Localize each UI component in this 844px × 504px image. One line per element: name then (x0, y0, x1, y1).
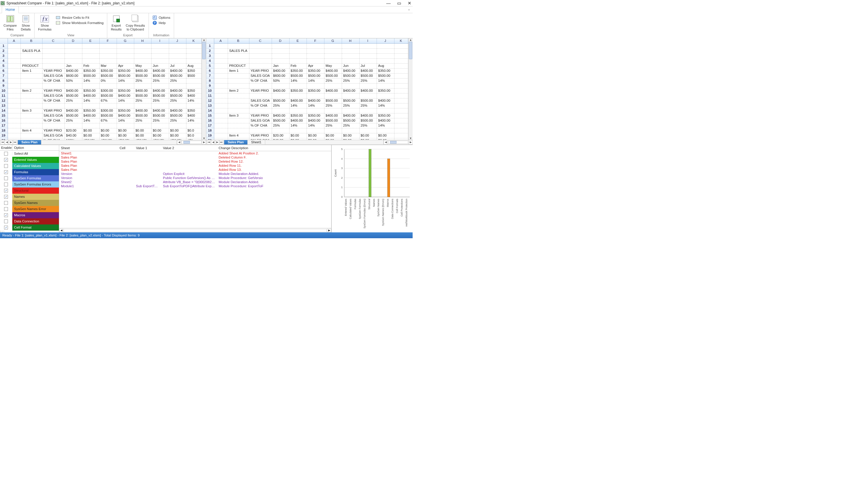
option-row[interactable]: ✓Structural (0, 187, 59, 194)
resize-icon (56, 15, 60, 20)
svg-rect-19 (369, 149, 371, 197)
option-row[interactable]: ✓Names (0, 194, 59, 200)
svg-text:Macros: Macros (386, 198, 389, 207)
diff-pane: Sheet Cell Value 1 Value 2 Change Descri… (59, 145, 332, 232)
formulas-icon: ƒx (40, 14, 49, 23)
options-button[interactable]: Options (151, 15, 172, 20)
options-vscroll[interactable]: ▲ (0, 231, 5, 232)
diff-row[interactable]: Sheet1Added Sheet At Position 2. (59, 151, 331, 155)
svg-text:Names: Names (373, 198, 375, 206)
option-checkbox[interactable]: ✓ (4, 226, 8, 230)
option-checkbox[interactable] (4, 152, 8, 156)
tab-nav-next[interactable]: ▶ (9, 140, 13, 144)
export-results-button[interactable]: Export Results (109, 14, 123, 33)
option-row[interactable]: ✓Cell Format (0, 224, 59, 231)
svg-text:Formulas: Formulas (354, 198, 357, 209)
svg-text:Entered Values: Entered Values (344, 198, 347, 216)
ribbon: Compare Files Show Details Compare ƒx Sh… (0, 13, 413, 38)
compare-files-button[interactable]: Compare Files (2, 14, 18, 33)
option-checkbox[interactable] (4, 164, 8, 168)
tab-home[interactable]: Home (2, 6, 19, 13)
diff-row[interactable]: Sheet2Attribute VB_Base = "0{00020820-0.… (59, 180, 331, 184)
option-row[interactable]: Calculated Values (0, 163, 59, 169)
option-checkbox[interactable] (4, 176, 8, 180)
minimize-button[interactable]: — (386, 1, 391, 5)
grid-right-tabs: ⏮ ◀ ▶ ⏭ Sales PlanSheet1 ◀▶ (206, 140, 413, 144)
diff-row[interactable]: Sales PlanAdded Row 13. (59, 168, 331, 172)
close-button[interactable]: ✕ (408, 1, 411, 6)
diff-row[interactable]: Sales PlanDeleted Column F. (59, 155, 331, 159)
grid-right-cells[interactable]: ABCDEFGHIJK12SALES PLA345PRODUCTJanFebAp… (206, 38, 408, 140)
svg-text:Cell Protections: Cell Protections (400, 198, 403, 217)
option-row[interactable]: Select All (0, 150, 59, 157)
option-row[interactable]: ✓Macros (0, 212, 59, 218)
svg-text:SysGen Formulas: SysGen Formulas (358, 198, 361, 219)
option-row[interactable]: SysGen Formulas (0, 175, 59, 181)
tab-nav-prev[interactable]: ◀ (5, 140, 9, 144)
maximize-button[interactable]: ▭ (397, 1, 401, 6)
option-checkbox[interactable]: ✓ (4, 170, 8, 174)
svg-text:3: 3 (341, 167, 343, 170)
option-checkbox[interactable]: ✓ (4, 213, 8, 217)
ribbon-tabs: Home ⌄ (0, 6, 413, 13)
svg-text:Count: Count (334, 169, 337, 177)
diff-row[interactable]: Sales PlanAdded Row 11. (59, 163, 331, 168)
svg-text:SysGen Names (Errors): SysGen Names (Errors) (381, 199, 384, 226)
sheet-tab[interactable]: Sales Plan (18, 140, 41, 144)
summary-bar-chart: 012345Entered ValuesCalculated ValuesFor… (333, 146, 411, 232)
grid-left-tabs: ⏮ ◀ ▶ ⏭ Sales Plan ◀▶ (0, 140, 206, 144)
svg-text:4: 4 (341, 157, 343, 160)
title-bar: Spreadsheet Compare - File 1: [sales_pla… (0, 0, 413, 6)
grid-left-vscroll[interactable]: ▲▼ (202, 38, 206, 140)
resize-cells-button[interactable]: Resize Cells to Fit (54, 15, 106, 20)
sheet-tab[interactable]: Sales Plan (224, 140, 248, 144)
svg-rect-24 (388, 159, 390, 197)
option-row[interactable]: SysGen Names (0, 200, 59, 206)
help-button[interactable]: ? Help (151, 20, 172, 25)
diff-header: Sheet Cell Value 1 Value 2 Change Descri… (59, 145, 331, 151)
diff-rows[interactable]: Sheet1Added Sheet At Position 2.Sales Pl… (59, 151, 331, 228)
option-checkbox[interactable]: ✓ (4, 158, 8, 162)
diff-row[interactable]: VersionOption ExplicitModule Declaration… (59, 172, 331, 176)
copy-results-button[interactable]: Copy Results to Clipboard (124, 14, 146, 33)
tab-nav-last[interactable]: ⏭ (219, 140, 223, 144)
clipboard-icon (131, 14, 140, 23)
chart-pane: 012345Entered ValuesCalculated ValuesFor… (332, 145, 413, 232)
options-pane: Enable Option Select All✓Entered ValuesC… (0, 145, 59, 232)
ribbon-group-information: Options ? Help Information (149, 13, 174, 38)
diff-row[interactable]: Module1Sub ExportToP...Sub ExportToPDF()… (59, 184, 331, 188)
grid-left-hscroll[interactable]: ◀▶ (177, 140, 206, 144)
option-row[interactable]: SysGen Names Error (0, 206, 59, 212)
svg-text:Structural: Structural (368, 199, 371, 210)
option-checkbox[interactable] (4, 183, 8, 186)
option-checkbox[interactable] (4, 219, 8, 223)
show-details-button[interactable]: Show Details (19, 14, 33, 33)
diff-row[interactable]: Sales PlanDeleted Row 12. (59, 159, 331, 163)
show-workbook-formatting-button[interactable]: Show Workbook Formatting (54, 20, 106, 25)
tab-nav-first[interactable]: ⏮ (1, 140, 5, 144)
grid-right-vscroll[interactable]: ▲▼ (408, 38, 413, 140)
show-formulas-button[interactable]: ƒx Show Formulas (36, 14, 53, 33)
svg-text:Calculated Values: Calculated Values (349, 198, 352, 219)
app-icon (1, 1, 5, 5)
option-checkbox[interactable]: ✓ (4, 195, 8, 199)
diff-hscroll[interactable]: ◀▶ (59, 228, 331, 232)
option-checkbox[interactable]: ✓ (4, 189, 8, 193)
grid-left-cells[interactable]: ABCDEFGHIJK12SALES PLA345PRODUCTJanFebMa… (0, 38, 202, 140)
ribbon-collapse-icon[interactable]: ⌄ (408, 7, 410, 11)
ribbon-group-view: ƒx Show Formulas Resize Cells to Fit Sho… (35, 13, 108, 38)
sheet-tab[interactable]: Sheet1 (248, 140, 265, 144)
option-row[interactable]: SysGen Formulas Errors (0, 181, 59, 187)
tab-nav-first[interactable]: ⏮ (207, 140, 211, 144)
tab-nav-next[interactable]: ▶ (215, 140, 219, 144)
option-row[interactable]: ✓Formulas (0, 169, 59, 175)
option-checkbox[interactable] (4, 207, 8, 211)
option-checkbox[interactable] (4, 201, 8, 205)
tab-nav-last[interactable]: ⏭ (13, 140, 17, 144)
tab-nav-prev[interactable]: ◀ (211, 140, 215, 144)
status-bar: Ready - File 1: [sales_plan_v1.xlsm] - F… (0, 232, 413, 238)
grid-right-hscroll[interactable]: ◀▶ (383, 140, 413, 144)
option-row[interactable]: Data Connection (0, 218, 59, 224)
option-row[interactable]: ✓Entered Values (0, 157, 59, 163)
diff-row[interactable]: VersionPublic Function GetVersion() As S… (59, 176, 331, 180)
